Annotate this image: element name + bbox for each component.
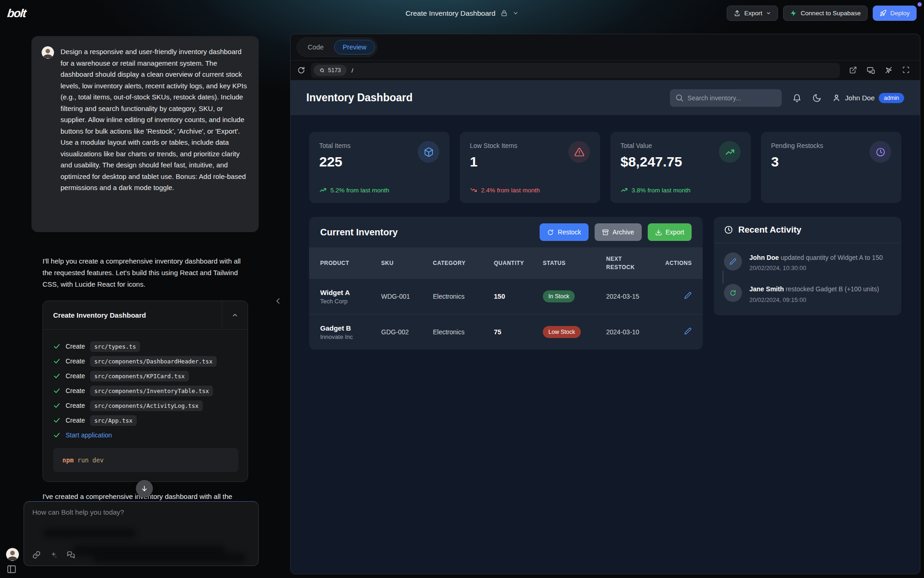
column-category: Category	[433, 260, 494, 266]
tab-code[interactable]: Code	[299, 40, 333, 55]
blurred-content	[73, 545, 225, 556]
column-product: Product	[320, 260, 381, 266]
deploy-button[interactable]: Deploy	[873, 6, 917, 21]
port-pill[interactable]: 5173	[314, 65, 346, 76]
trend-up-icon	[319, 186, 327, 194]
chat-panel: Design a responsive and user-friendly in…	[0, 26, 290, 578]
file-chip[interactable]: src/components/KPICard.tsx	[90, 371, 189, 381]
export-button[interactable]: Export	[727, 6, 778, 21]
search-icon	[675, 93, 684, 102]
activity-action: restocked Gadget B (+100 units)	[786, 285, 879, 293]
recent-activity-panel: Recent Activity John Doe updated quantit…	[714, 217, 901, 315]
sparkles-icon[interactable]	[49, 551, 58, 560]
file-chip[interactable]: src/components/ActivityLog.tsx	[90, 400, 203, 411]
artifact-action-row: Start application	[53, 428, 238, 443]
quantity-cell[interactable]: 75	[494, 328, 543, 336]
restock-button[interactable]: Restock	[540, 223, 589, 241]
scroll-to-bottom-button[interactable]	[136, 480, 153, 497]
start-application-link[interactable]: Start application	[66, 431, 112, 439]
check-icon	[53, 417, 61, 424]
list-item: John Doe updated quantity of Widget A to…	[724, 252, 891, 271]
action-verb: Create	[66, 387, 85, 394]
reload-icon[interactable]	[297, 66, 305, 74]
file-chip[interactable]: src/components/InventoryTable.tsx	[90, 386, 213, 396]
notification-dot	[918, 2, 922, 6]
app-preview: Inventory Dashboard	[291, 80, 920, 574]
file-chip[interactable]: src/App.tsx	[90, 415, 137, 426]
chevron-down-icon	[766, 11, 771, 16]
role-badge: admin	[879, 93, 904, 103]
sku-cell: GDG-002	[381, 328, 433, 336]
check-icon	[53, 402, 61, 409]
connect-supabase-button[interactable]: Connect to Supabase	[783, 6, 868, 21]
table-row[interactable]: Gadget B Innovate Inc GDG-002 Electronic…	[309, 314, 703, 350]
restock-label: Restock	[558, 228, 581, 236]
status-badge: In Stock	[543, 290, 575, 302]
tab-preview[interactable]: Preview	[334, 40, 376, 55]
inventory-title: Current Inventory	[320, 227, 398, 238]
current-inventory-panel: Current Inventory Restock Archive	[309, 217, 703, 350]
archive-button[interactable]: Archive	[595, 223, 642, 241]
user-menu[interactable]: John Doe admin	[832, 93, 904, 103]
bell-icon[interactable]	[792, 93, 802, 103]
chevron-up-icon	[231, 312, 238, 319]
chevron-down-icon[interactable]	[512, 10, 518, 16]
edit-pencil-icon	[724, 252, 742, 271]
sidebar-toggle-icon[interactable]	[6, 564, 17, 574]
top-bar-actions: Export Connect to Supabase Deploy	[727, 6, 917, 21]
inventory-panel-header: Current Inventory Restock Archive	[309, 217, 703, 247]
collapse-chat-chevron[interactable]	[274, 296, 283, 306]
list-item: Jane Smith restocked Gadget B (+100 unit…	[724, 284, 891, 303]
trending-up-icon	[719, 141, 741, 163]
artifact-action-row: Create src/types.ts	[53, 339, 238, 354]
table-export-button[interactable]: Export	[648, 223, 692, 241]
kpi-card-pending-restocks: Pending Restocks 3	[761, 132, 901, 203]
bulk-action-buttons: Restock Archive Export	[540, 223, 692, 241]
dark-mode-toggle-moon-icon[interactable]	[812, 93, 821, 103]
devices-icon[interactable]	[867, 66, 875, 74]
action-verb: Create	[66, 343, 85, 350]
activity-actor: John Doe	[749, 254, 779, 261]
open-external-icon[interactable]	[849, 66, 857, 74]
bolt-logo[interactable]: bolt	[6, 6, 26, 20]
export-label: Export	[744, 10, 762, 17]
trend-down-icon	[470, 186, 477, 194]
attach-link-icon[interactable]	[32, 551, 41, 560]
upload-icon	[734, 10, 741, 17]
user-prompt-text: Design a responsive and user-friendly in…	[61, 46, 249, 222]
file-chip[interactable]: src/types.ts	[90, 341, 140, 352]
activity-timestamp: 20/02/2024, 10:30:00	[749, 264, 883, 271]
fullscreen-icon[interactable]	[902, 66, 910, 74]
sku-cell: WDG-001	[381, 293, 433, 300]
account-avatar[interactable]	[6, 548, 19, 561]
activity-action: updated quantity of Widget A to 150	[781, 254, 883, 261]
url-path: /	[352, 67, 353, 74]
edit-pencil-icon[interactable]	[684, 292, 692, 299]
action-verb: Create	[66, 372, 85, 380]
artifact-collapse-button[interactable]	[222, 301, 248, 329]
product-supplier: Tech Corp	[320, 298, 381, 305]
quantity-cell[interactable]: 150	[494, 293, 543, 300]
assistant-intro-text: I'll help you create a comprehensive inv…	[43, 255, 251, 290]
inspector-off-icon[interactable]	[885, 66, 893, 74]
activity-header: Recent Activity	[714, 217, 901, 243]
column-next-restock: Next Restock	[606, 255, 640, 271]
terminal-command-block: npm run dev	[53, 448, 238, 472]
chat-input[interactable]	[31, 507, 251, 532]
search-input[interactable]	[670, 89, 782, 107]
app-header: Inventory Dashboard	[291, 80, 920, 115]
table-row[interactable]: Widget A Tech Corp WDG-001 Electronics 1…	[309, 278, 703, 314]
kpi-trend-text: 3.8% from last month	[632, 187, 691, 194]
activity-list: John Doe updated quantity of Widget A to…	[714, 243, 901, 315]
file-chip[interactable]: src/components/DashboardHeader.tsx	[90, 356, 217, 367]
user-avatar	[42, 46, 54, 59]
kpi-card-total-value: Total Value $8,247.75 3.8% from last mon…	[610, 132, 751, 203]
address-field[interactable]: 5173 /	[311, 63, 840, 78]
command-args: run dev	[73, 456, 103, 464]
workspace: Design a responsive and user-friendly in…	[0, 26, 924, 578]
discuss-chat-icon[interactable]	[67, 551, 75, 560]
activity-timestamp: 20/02/2024, 09:15:00	[749, 296, 879, 303]
kpi-card-low-stock: Low Stock Items 1 2.4% from last month	[460, 132, 600, 203]
project-title-group[interactable]: Create Inventory Dashboard	[406, 9, 519, 18]
edit-pencil-icon[interactable]	[684, 327, 692, 335]
